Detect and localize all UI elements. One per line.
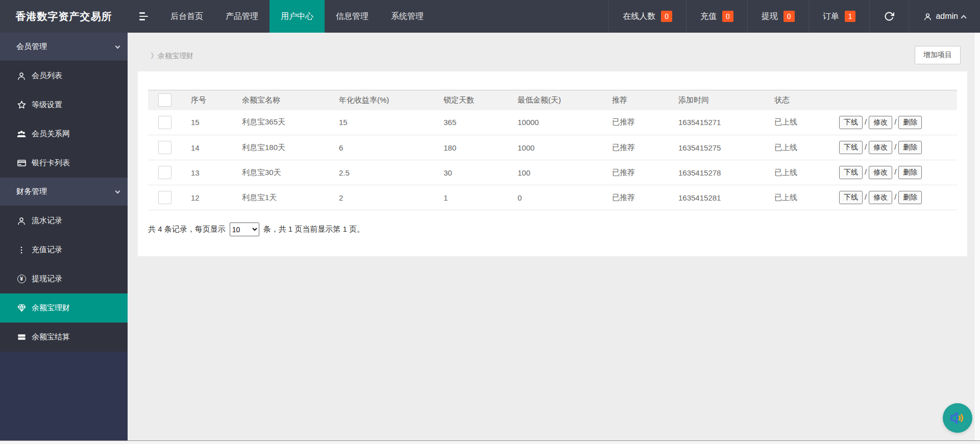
- sidebar-item-deposit-records[interactable]: 充值记录: [0, 235, 128, 264]
- stat-orders[interactable]: 订单 1: [808, 0, 870, 33]
- col-added-time: 添加时间: [671, 90, 767, 110]
- delete-button[interactable]: 删除: [898, 191, 922, 204]
- hamburger-icon: [139, 12, 148, 20]
- app-title: 香港数字资产交易所: [0, 0, 128, 33]
- stat-label: 在线人数: [623, 11, 655, 22]
- stat-order-badge: 1: [845, 11, 856, 22]
- edit-button[interactable]: 修改: [869, 141, 892, 154]
- action-separator: /: [894, 192, 896, 201]
- sidebar-item-bank-cards[interactable]: 银行卡列表: [0, 149, 128, 178]
- row-checkbox[interactable]: [158, 116, 172, 129]
- username: admin: [936, 12, 958, 21]
- stat-online-badge: 0: [661, 11, 672, 22]
- refresh-button[interactable]: [869, 0, 909, 33]
- delete-button[interactable]: 删除: [898, 166, 922, 179]
- stat-online-users[interactable]: 在线人数 0: [608, 0, 686, 33]
- row-checkbox[interactable]: [158, 166, 172, 179]
- user-menu[interactable]: admin: [909, 0, 980, 33]
- stat-deposits[interactable]: 充值 0: [686, 0, 747, 33]
- sidebar-item-yuebao-finance[interactable]: 余额宝理财: [0, 293, 128, 323]
- user-icon: [923, 12, 932, 21]
- collapse-sidebar-button[interactable]: [128, 0, 159, 33]
- cell-status: 已上线: [767, 160, 832, 185]
- edit-button[interactable]: 修改: [869, 166, 892, 179]
- nav-tab-dashboard[interactable]: 后台首页: [159, 0, 214, 33]
- cell-min-amount: 1000: [510, 135, 605, 160]
- action-separator: /: [894, 167, 896, 176]
- select-all-checkbox[interactable]: [158, 93, 172, 107]
- chevron-up-icon: [961, 15, 966, 20]
- user-icon: [16, 216, 27, 226]
- voice-announce-button[interactable]: [943, 403, 972, 433]
- cell-rate: 6: [332, 135, 436, 160]
- cell-actions: 下线/修改/删除: [832, 185, 957, 210]
- table-header-row: 序号 余额宝名称 年化收益率(%) 锁定天数 最低金额(天) 推荐 添加时间 状…: [148, 90, 957, 110]
- nav-tab-products[interactable]: 产品管理: [214, 0, 270, 33]
- sidebar: 会员管理 会员列表 等级设置 会员关系网: [0, 33, 128, 444]
- action-separator: /: [894, 117, 896, 126]
- col-name: 余额宝名称: [235, 90, 332, 110]
- col-lock-days: 锁定天数: [436, 90, 510, 110]
- sidebar-item-label: 等级设置: [32, 100, 62, 110]
- stat-deposit-badge: 0: [722, 11, 733, 22]
- sidebar-item-level-settings[interactable]: 等级设置: [0, 90, 128, 119]
- action-separator: /: [894, 142, 896, 151]
- stat-label: 充值: [700, 11, 717, 22]
- pagination: 共 4 条记录，每页显示 10 条，共 1 页当前显示第 1 页。: [148, 223, 957, 236]
- offline-button[interactable]: 下线: [839, 191, 863, 204]
- cell-name: 利息宝1天: [235, 185, 332, 210]
- offline-button[interactable]: 下线: [839, 141, 863, 154]
- table-row: 15 利息宝365天 15 365 10000 已推荐 1635415271 已…: [148, 110, 957, 135]
- table-row: 13 利息宝30天 2.5 30 100 已推荐 1635415278 已上线 …: [148, 160, 957, 185]
- sidebar-item-yuebao-settlement[interactable]: 余额宝结算: [0, 323, 128, 352]
- sidebar-item-member-list[interactable]: 会员列表: [0, 61, 128, 90]
- cell-added-time: 1635415275: [671, 135, 767, 160]
- edit-button[interactable]: 修改: [869, 191, 892, 204]
- yen-circle-icon: ¥: [16, 274, 27, 284]
- col-recommend: 推荐: [605, 90, 671, 110]
- sidebar-group-finance[interactable]: 财务管理: [0, 178, 128, 206]
- page-size-select[interactable]: 10: [230, 223, 259, 236]
- cell-min-amount: 0: [510, 185, 605, 210]
- cell-added-time: 1635415281: [671, 185, 767, 210]
- nav-tab-user-center[interactable]: 用户中心: [270, 0, 325, 33]
- cell-status: 已上线: [767, 135, 832, 160]
- cell-status: 已上线: [767, 185, 832, 210]
- action-separator: /: [865, 167, 867, 176]
- cell-added-time: 1635415271: [671, 110, 767, 135]
- sidebar-item-label: 提现记录: [32, 274, 62, 284]
- edit-button[interactable]: 修改: [869, 116, 892, 129]
- sidebar-item-transaction-log[interactable]: 流水记录: [0, 206, 128, 235]
- delete-button[interactable]: 删除: [898, 141, 922, 154]
- nav-tab-info[interactable]: 信息管理: [325, 0, 380, 33]
- sidebar-item-withdrawal-records[interactable]: ¥ 提现记录: [0, 264, 128, 293]
- cell-added-time: 1635415278: [671, 160, 767, 185]
- pagination-prefix: 共 4 条记录，每页显示: [148, 225, 226, 234]
- cell-lock-days: 1: [436, 185, 510, 210]
- row-checkbox[interactable]: [158, 141, 172, 154]
- sidebar-item-member-network[interactable]: 会员关系网: [0, 119, 128, 149]
- sidebar-item-label: 充值记录: [32, 245, 62, 255]
- chevron-down-icon: [115, 188, 120, 193]
- sidebar-item-label: 会员列表: [32, 71, 62, 81]
- cell-rate: 2: [332, 185, 436, 210]
- col-min-amount: 最低金额(天): [510, 90, 605, 110]
- offline-button[interactable]: 下线: [839, 116, 863, 129]
- sidebar-group-members[interactable]: 会员管理: [0, 33, 128, 61]
- offline-button[interactable]: 下线: [839, 166, 863, 179]
- stat-withdrawals[interactable]: 提现 0: [747, 0, 808, 33]
- nav-tab-system[interactable]: 系统管理: [380, 0, 435, 33]
- add-project-button[interactable]: 增加项目: [915, 46, 961, 64]
- cell-lock-days: 365: [436, 110, 510, 135]
- delete-button[interactable]: 删除: [898, 116, 922, 129]
- cell-seq: 13: [184, 160, 235, 185]
- horizontal-scrollbar[interactable]: [0, 440, 980, 444]
- table-row: 12 利息宝1天 2 1 0 已推荐 1635415281 已上线 下线/修改/…: [148, 185, 957, 210]
- col-rate: 年化收益率(%): [332, 90, 436, 110]
- page-header: 》余额宝理财 增加项目: [128, 33, 980, 71]
- table-card: 序号 余额宝名称 年化收益率(%) 锁定天数 最低金额(天) 推荐 添加时间 状…: [138, 71, 967, 256]
- vertical-scrollbar[interactable]: [974, 33, 980, 440]
- sidebar-item-label: 余额宝结算: [32, 332, 70, 342]
- cell-seq: 15: [184, 110, 235, 135]
- row-checkbox[interactable]: [158, 191, 172, 204]
